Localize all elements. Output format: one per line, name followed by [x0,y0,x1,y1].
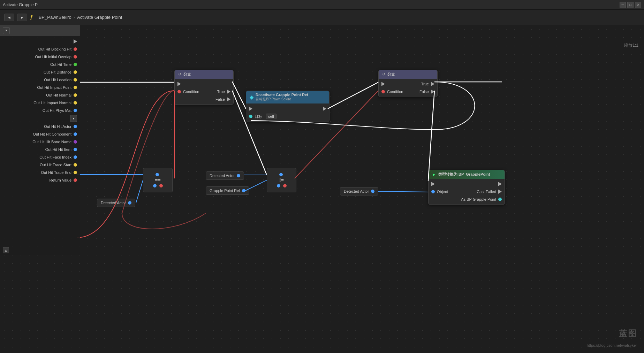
detected-actor-2-label: Detected Actor [210,174,235,178]
sidebar-exec-pin [0,38,80,45]
deactivate-icon: ◆ [250,94,253,100]
cast-body: Object Cast Failed As BP Grapple Point [429,179,505,205]
equal-op-in2-pin [153,184,157,187]
branch2-title: 分支 [387,72,395,77]
close-button[interactable]: ✕ [635,2,641,8]
forward-button[interactable]: ► [17,14,27,21]
minimize-button[interactable]: ─ [620,2,626,8]
deactivate-title: Deactivate Grapple Point Ref [256,93,308,97]
sidebar-item-hit-component: Out Hit Hit Component [0,130,80,138]
deactivate-exec-in-pin [249,107,252,111]
grapple-point-ref-pin [242,189,245,192]
breadcrumb-page: Activate Grapple Point [77,15,122,20]
pin-label-impact-point: Out Hit Impact Point [37,85,71,90]
pin-label-hit-component: Out Hit Hit Component [33,132,71,136]
branch2-false-label: False [419,90,429,94]
not-equal-out-pin [283,184,287,187]
sidebar-item-face-index: Out Hit Face Index [0,153,80,161]
cast-object-row: Object Cast Failed [431,189,502,195]
pin-label-impact-normal: Out Hit Impact Normal [33,101,71,105]
branch-node-1[interactable]: ↺ 分支 Condition True False [174,70,234,105]
not-equal-bottom-row [277,184,287,187]
branch1-false-pin [227,97,230,101]
equal-op-node[interactable]: == [143,168,173,192]
sidebar-item-trace-end: Out Hit Trace End [0,169,80,176]
pin-icon-impact-point [74,86,77,89]
grapple-point-ref-node[interactable]: Grapple Point Ref [206,186,249,195]
pin-label-bone-name: Out Hit Hit Bone Name [32,140,71,144]
pin-icon-hit-component [74,132,77,136]
cast-object-label: Object [437,190,448,194]
detected-actor-node-1[interactable]: Detected Actor [97,199,135,207]
sidebar-item-impact-point: Out Hit Impact Point [0,84,80,91]
equal-op-in1-pin [156,173,159,176]
cast-exec-out-pin [498,182,502,186]
wire-overlay [0,25,644,353]
branch2-exec-in-row: True [381,81,434,87]
sidebar-item-hit-item: Out Hit Hit Item [0,146,80,153]
branch1-false-row: False [177,96,230,102]
deactivate-subtitle: 目标是BP Pawn Sekiro [256,97,308,102]
pin-icon-hit-location [74,78,77,82]
equal-op-out-pin [159,184,163,187]
back-button[interactable]: ◄ [4,14,14,21]
pin-label-hit-normal: Out Hit Normal [46,93,71,97]
branch-node-2[interactable]: ↺ 分支 True Condition False [378,70,438,97]
pin-label-hit-item: Out Hit Hit Item [45,147,71,152]
zoom-label: 缩放1:1 [624,43,638,48]
pin-label-blocking-hit: Out Hit Blocking Hit [38,47,71,51]
titlebar: Activate Grapple P ─ □ ✕ [0,0,644,10]
sidebar-dropdown-row: ▼ [0,114,80,123]
detected-actor-node-3[interactable]: Detected Actor [340,187,378,195]
branch2-true-label: True [421,82,429,86]
pin-icon-hit-time [74,63,77,66]
branch1-true-pin [227,90,230,94]
deactivate-target-row: 目标 self [249,113,326,120]
pin-label-phys-mat: Out Hit Phys Mat [43,108,71,113]
branch1-title: 分支 [183,72,191,77]
not-equal-op-node[interactable]: != [267,168,296,192]
branch2-condition-pin [381,90,385,93]
pin-icon-hit-distance [74,70,77,74]
branch1-condition-row: Condition True [177,89,230,95]
sidebar-header: ▼ [0,25,80,36]
detected-actor-3-label: Detected Actor [344,189,369,193]
pin-icon-hit-actor [74,125,77,128]
cast-failed-pin [498,190,502,194]
pin-label-trace-end: Out Hit Trace End [41,170,71,175]
pin-icon-hit-item [74,148,77,151]
window-controls[interactable]: ─ □ ✕ [620,2,641,8]
sidebar-item-hit-location: Out Hit Location [0,76,80,84]
sidebar-dropdown[interactable]: ▼ [3,27,10,34]
detected-actor-node-2[interactable]: Detected Actor [206,171,244,180]
branch1-condition-pin [177,90,181,93]
cast-object-pin [431,190,435,193]
url-label: https://blog.csdn.net/walsyker [587,343,637,347]
maximize-button[interactable]: □ [627,2,634,8]
branch1-exec-in-pin [177,82,181,86]
not-equal-symbol: != [279,177,284,183]
detected-actor-1-label: Detected Actor [101,201,126,205]
branch1-header: ↺ 分支 [175,70,233,79]
deactivate-target-label: 目标 [255,114,262,119]
equal-op-bottom-row [153,184,163,187]
sidebar-item-hit-normal: Out Hit Normal [0,91,80,99]
branch1-exec-in-row [177,81,230,87]
cast-node[interactable]: ► 类型转换为 BP_GrapplePoint Object Cast Fail… [428,170,505,205]
pin-label-initial-overlap: Out Hit Initial Overlap [35,55,71,59]
cast-header: ► 类型转换为 BP_GrapplePoint [429,170,505,179]
blueprint-canvas[interactable]: ▼ Out Hit Blocking Hit Out Hit Initial O… [0,25,644,353]
sidebar-dropdown-2[interactable]: ▼ [70,115,77,122]
cast-as-pin [498,198,502,201]
cast-title: 类型转换为 BP_GrapplePoint [438,172,490,177]
branch1-body: Condition True False [175,79,233,105]
sidebar-item-hit-distance: Out Hit Distance [0,68,80,76]
breadcrumb-separator: › [74,15,75,20]
sidebar-panel: ▼ Out Hit Blocking Hit Out Hit Initial O… [0,25,80,255]
deactivate-exec-out-pin [323,107,326,111]
pin-label-return-value: Return Value [50,178,71,182]
pin-icon-bone-name [74,140,77,144]
sidebar-item-blocking-hit: Out Hit Blocking Hit [0,45,80,53]
deactivate-node[interactable]: ◆ Deactivate Grapple Point Ref 目标是BP Paw… [246,91,329,122]
sidebar-collapse-button[interactable]: ▲ [3,247,9,253]
